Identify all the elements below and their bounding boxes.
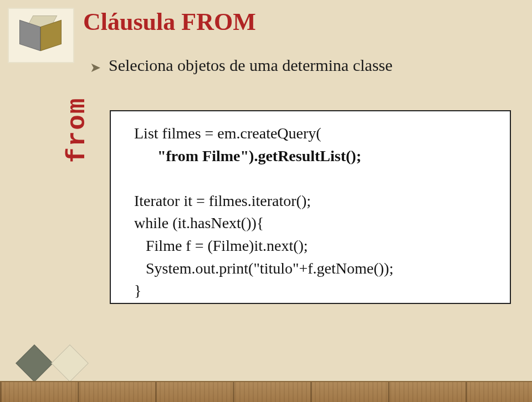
next-diamond-icon[interactable] (51, 344, 89, 382)
bullet-item: ➤ Seleciona objetos de uma determina cla… (90, 56, 519, 75)
code-line: Filme f = (Filme)it.next(); (134, 237, 308, 254)
code-line: while (it.hasNext()){ (134, 214, 264, 231)
code-line: "from Filme").getResultList(); (134, 147, 361, 164)
nav-diamonds (21, 350, 83, 377)
slide-content: Cláusula FROM ➤ Seleciona objetos de uma… (83, 8, 519, 369)
footer-wood (0, 381, 532, 402)
slide-title: Cláusula FROM (83, 8, 519, 36)
side-label-from: from (63, 97, 92, 163)
code-line: } (134, 282, 141, 299)
code-block: List filmes = em.createQuery( "from Film… (110, 110, 511, 304)
cube-icon (17, 16, 65, 55)
bullet-text: Seleciona objetos de uma determina class… (109, 56, 392, 75)
code-line: System.out.print("titulo"+f.getNome()); (134, 260, 393, 277)
bullet-icon: ➤ (90, 60, 101, 75)
prev-diamond-icon[interactable] (16, 344, 53, 382)
code-line: List filmes = em.createQuery( (134, 125, 321, 142)
code-line: Iterator it = filmes.iterator(); (134, 192, 311, 209)
logo-cube (8, 8, 74, 63)
